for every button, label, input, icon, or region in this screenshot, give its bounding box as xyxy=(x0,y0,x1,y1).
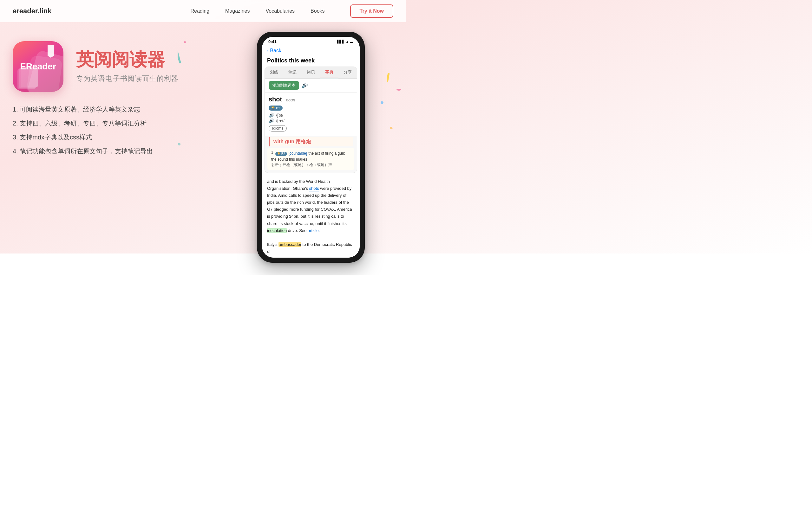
phone-status-bar: 9:41 ▋▋▋ ▲ ▬ xyxy=(262,37,360,45)
dict-word: shot xyxy=(269,96,282,103)
nav-vocabularies[interactable]: Vocabularies xyxy=(265,8,295,14)
phone-time: 9:41 xyxy=(268,39,276,44)
app-title-block: 英阅阅读器 专为英语电子书阅读而生的利器 xyxy=(76,50,179,83)
navbar: ereader.link Reading Magazines Vocabular… xyxy=(0,0,406,22)
dict-tab-share[interactable]: 分享 xyxy=(339,67,357,78)
app-subtitle: 专为英语电子书阅读而生的利器 xyxy=(76,74,179,83)
dict-tab-copy[interactable]: 拷贝 xyxy=(302,67,320,78)
nav-magazines[interactable]: Magazines xyxy=(225,8,250,14)
phonetic-speaker-2[interactable]: 🔊 xyxy=(269,118,274,123)
dict-tab-dictionary[interactable]: 字典 xyxy=(320,67,339,78)
def-number: 1 xyxy=(271,150,273,155)
article-text-segment-4: drive. See xyxy=(287,228,308,233)
nav-books[interactable]: Books xyxy=(310,8,324,14)
dict-phonetic-us: 🔊 /ʃɒt/ xyxy=(269,112,353,118)
feature-2: 2. 支持四、六级、考研、专四、专八等词汇分析 xyxy=(13,118,235,128)
dict-word-area: shot noun 🏆 B2 🔊 /ʃɒt/ 🔊 xyxy=(265,93,357,136)
app-header: EReader 英阅阅读器 专为英语电子书阅读而生的利器 xyxy=(13,41,235,92)
back-button[interactable]: Back xyxy=(270,48,281,54)
article-text-article-link[interactable]: article xyxy=(308,228,319,233)
phone-back-area: ‹ Back xyxy=(262,45,360,56)
dict-phonetic-uk: 🔊 /ʃɑːt/ xyxy=(269,118,353,123)
nav-reading[interactable]: Reading xyxy=(190,8,209,14)
article-body: and is backed by the World Health Organi… xyxy=(262,176,360,258)
feature-3: 3. 支持mdx字典以及css样式 xyxy=(13,132,235,142)
dict-word-line: shot noun xyxy=(269,96,353,103)
feature-4: 4. 笔记功能包含单词所在原文句子，支持笔记导出 xyxy=(13,147,235,156)
article-heading: Politics this week xyxy=(262,56,360,66)
article-text-vaccine: vaccine xyxy=(299,221,313,226)
phonetic-uk-text: /ʃɑːt/ xyxy=(276,118,285,123)
phone-mockup: 9:41 ▋▋▋ ▲ ▬ ‹ Back Politics this week xyxy=(257,32,365,263)
article-text-shots: shots xyxy=(309,186,319,191)
app-title-chinese: 英阅阅读器 xyxy=(76,50,179,69)
signal-icon: ▋▋▋ xyxy=(337,40,345,43)
nav-links: Reading Magazines Vocabularies Books Try… xyxy=(190,4,393,18)
idioms-tag: Idioms xyxy=(269,125,287,131)
dictionary-popup: 划线 笔记 拷贝 字典 分享 添加到生词本 🔊 shot xyxy=(264,66,357,173)
try-now-button[interactable]: Try it Now xyxy=(350,4,393,18)
phonetic-speaker-1[interactable]: 🔊 xyxy=(269,112,274,118)
def-countable: [countable] xyxy=(288,151,307,156)
dict-idiom-phrase: with gun 用枪炮 xyxy=(269,137,353,147)
def-level-badge: 🏆 B2 xyxy=(275,152,287,156)
phone-status-icons: ▋▋▋ ▲ ▬ xyxy=(337,40,353,43)
features-list: 1. 可阅读海量英文原著、经济学人等英文杂志 2. 支持四、六级、考研、专四、专… xyxy=(13,105,235,156)
def-level-text: B2 xyxy=(281,152,285,156)
back-chevron-icon[interactable]: ‹ xyxy=(267,48,269,54)
dict-tab-note[interactable]: 笔记 xyxy=(283,67,302,78)
def-level-icon: 🏆 xyxy=(277,153,281,155)
level-label: B2 xyxy=(276,106,280,110)
dict-definition: 1 🏆 B2 [countable] the act of firing a g… xyxy=(267,148,354,170)
dict-tab-highlight[interactable]: 划线 xyxy=(265,67,283,78)
def-text-cn: 射击；开枪（或炮）；枪（或炮）声 xyxy=(271,162,351,168)
main-content: EReader 英阅阅读器 专为英语电子书阅读而生的利器 1. 可阅读海量英文原… xyxy=(0,22,406,275)
level-icon: 🏆 xyxy=(271,107,275,110)
speaker-icon[interactable]: 🔊 xyxy=(302,82,308,89)
battery-icon: ▬ xyxy=(350,40,353,43)
article-text-segment-2: were provided by India. Amid calls to sp… xyxy=(267,186,352,226)
dict-tabs: 划线 笔记 拷贝 字典 分享 xyxy=(265,67,357,78)
svg-rect-10 xyxy=(17,69,35,89)
wifi-icon: ▲ xyxy=(346,40,349,43)
logo[interactable]: ereader.link xyxy=(13,7,51,15)
article-text-ambassador: ambassador xyxy=(278,242,301,247)
article-text-inoculation: inoculation xyxy=(267,228,287,233)
feature-1: 1. 可阅读海量英文原著、经济学人等英文杂志 xyxy=(13,105,235,114)
phonetic-us-text: /ʃɒt/ xyxy=(276,113,283,118)
article-text-segment-3: , until it finishes its xyxy=(313,221,347,226)
right-side: 9:41 ▋▋▋ ▲ ▬ ‹ Back Politics this week xyxy=(235,32,387,263)
app-icon: EReader xyxy=(13,41,63,92)
dict-add-vocab-row: 添加到生词本 🔊 xyxy=(265,78,357,93)
article-text-segment-6: Italy's xyxy=(267,242,278,247)
article-text-segment-5: . xyxy=(319,228,320,233)
dict-pos: noun xyxy=(286,98,295,102)
left-side: EReader 英阅阅读器 专为英语电子书阅读而生的利器 1. 可阅读海量英文原… xyxy=(13,41,235,156)
app-icon-text: EReader xyxy=(20,62,56,72)
dict-level-badge: 🏆 B2 xyxy=(269,106,283,111)
phone-screen: 9:41 ▋▋▋ ▲ ▬ ‹ Back Politics this week xyxy=(262,37,360,258)
add-vocab-button[interactable]: 添加到生词本 xyxy=(269,81,299,90)
